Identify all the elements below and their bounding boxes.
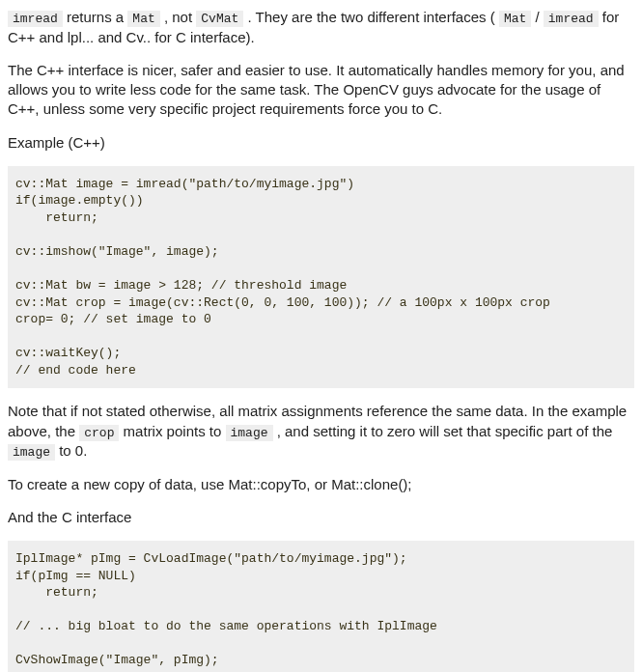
code-inline-crop: crop — [79, 425, 119, 441]
paragraph-intro: imread returns a Mat , not CvMat . They … — [8, 8, 634, 47]
paragraph-note: Note that if not stated otherwise, all m… — [8, 402, 634, 461]
paragraph-copy: To create a new copy of data, use Mat::c… — [8, 475, 634, 494]
text: to 0. — [55, 442, 87, 459]
code-inline-image: image — [226, 425, 273, 441]
text: . They are the two different interfaces … — [243, 9, 499, 25]
code-inline-mat2: Mat — [499, 11, 531, 27]
code-inline-mat: Mat — [127, 11, 159, 27]
paragraph-cpp-desc: The C++ interface is nicer, safer and ea… — [8, 61, 634, 120]
code-block-cpp: cv::Mat image = imread("path/to/myimage.… — [8, 166, 634, 389]
code-inline-imread: imread — [8, 11, 63, 27]
code-inline-imread2: imread — [544, 11, 599, 27]
code-inline-image2: image — [8, 444, 55, 461]
paragraph-c-label: And the C interface — [8, 508, 634, 527]
text: , and setting it to zero will set that s… — [273, 423, 613, 439]
text: matrix points to — [119, 423, 225, 439]
text: / — [531, 9, 544, 25]
code-block-c: IplImage* pImg = CvLoadImage("path/to/my… — [8, 541, 634, 672]
text: , not — [160, 9, 197, 25]
text: returns a — [63, 9, 128, 25]
paragraph-example-cpp-label: Example (C++) — [8, 133, 634, 153]
code-inline-cvmat: CvMat — [196, 11, 243, 27]
